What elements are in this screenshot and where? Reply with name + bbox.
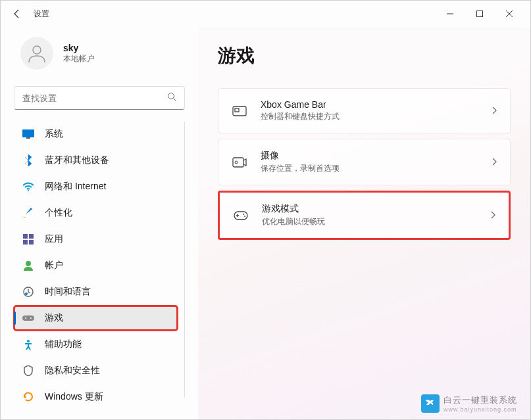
svg-point-17 (30, 317, 32, 319)
gamepad-icon (233, 208, 249, 223)
watermark-text: 白云一键重装系统 www.baiyunxitong.com (443, 394, 517, 413)
gamepad-icon (22, 312, 35, 325)
svg-rect-10 (23, 240, 28, 245)
svg-point-7 (28, 190, 29, 191)
svg-point-14 (25, 292, 28, 295)
svg-point-2 (33, 46, 41, 54)
sidebar-item-time-language[interactable]: 时间和语言 (14, 279, 178, 304)
watermark-url: www.baiyunxitong.com (443, 406, 517, 413)
sidebar-item-windows-update[interactable]: Windows 更新 (14, 385, 178, 409)
svg-rect-15 (22, 315, 34, 321)
card-game-mode[interactable]: 游戏模式 优化电脑以便畅玩 (218, 191, 511, 240)
svg-rect-6 (26, 137, 30, 139)
svg-point-24 (243, 214, 244, 215)
accounts-icon (22, 259, 35, 272)
nav-list: 系统 蓝牙和其他设备 网络和 Internet 个性化 应用 帐户 (14, 122, 185, 398)
card-title: 游戏模式 (262, 203, 490, 215)
svg-rect-8 (23, 234, 28, 239)
sidebar-item-accessibility[interactable]: 辅助功能 (14, 332, 178, 357)
nav-label: 辅助功能 (45, 338, 170, 350)
svg-point-16 (25, 317, 26, 319)
svg-rect-9 (29, 234, 34, 239)
card-text: 摄像 保存位置，录制首选项 (261, 150, 492, 174)
minimize-icon (447, 11, 453, 17)
sidebar-item-privacy[interactable]: 隐私和安全性 (14, 358, 178, 383)
svg-line-4 (174, 99, 176, 101)
back-button[interactable] (7, 4, 27, 24)
search-box[interactable] (14, 86, 185, 110)
sidebar-item-gaming[interactable]: 游戏 (14, 306, 178, 331)
chevron-right-icon (492, 156, 497, 168)
user-name: sky (63, 43, 95, 53)
nav-label: Windows 更新 (45, 391, 170, 403)
sidebar: sky 本地帐户 系统 蓝牙和其他设备 网络和 Internet (1, 27, 198, 419)
sidebar-item-apps[interactable]: 应用 (14, 227, 178, 252)
back-arrow-icon (12, 9, 22, 19)
close-button[interactable] (494, 4, 524, 24)
person-icon (26, 43, 47, 64)
nav-label: 个性化 (45, 207, 170, 219)
card-xbox-game-bar[interactable]: Xbox Game Bar 控制器和键盘快捷方式 (218, 88, 511, 133)
svg-point-12 (26, 261, 31, 266)
window-controls (435, 4, 524, 24)
nav-label: 网络和 Internet (45, 181, 170, 193)
search-icon (167, 92, 176, 104)
nav-label: 时间和语言 (45, 286, 170, 298)
sidebar-item-network[interactable]: 网络和 Internet (14, 174, 178, 199)
apps-icon (22, 233, 35, 246)
svg-point-3 (168, 93, 174, 99)
system-icon (22, 128, 35, 141)
close-icon (506, 11, 513, 17)
card-text: Xbox Game Bar 控制器和键盘快捷方式 (261, 99, 492, 122)
content: sky 本地帐户 系统 蓝牙和其他设备 网络和 Internet (1, 27, 530, 419)
titlebar: 设置 (1, 1, 530, 27)
sidebar-item-personalization[interactable]: 个性化 (14, 200, 178, 225)
maximize-button[interactable] (465, 4, 494, 24)
bluetooth-icon (22, 154, 35, 167)
update-icon (22, 390, 35, 404)
card-captures[interactable]: 摄像 保存位置，录制首选项 (218, 139, 511, 185)
minimize-button[interactable] (435, 4, 465, 24)
watermark-logo (421, 394, 440, 413)
nav-label: 隐私和安全性 (45, 365, 170, 377)
svg-rect-20 (235, 108, 239, 112)
svg-point-22 (235, 161, 238, 164)
xbox-icon (232, 103, 247, 119)
svg-rect-21 (233, 158, 243, 167)
card-text: 游戏模式 优化电脑以便畅玩 (262, 203, 490, 227)
svg-rect-1 (476, 11, 482, 17)
nav-label: 帐户 (45, 260, 170, 271)
svg-point-25 (244, 216, 245, 217)
search-input[interactable] (22, 93, 167, 103)
nav-label: 应用 (45, 233, 170, 245)
sidebar-item-bluetooth[interactable]: 蓝牙和其他设备 (14, 148, 178, 173)
wifi-icon (22, 180, 35, 193)
nav-label: 游戏 (45, 312, 170, 324)
avatar (20, 37, 53, 70)
paintbrush-icon (22, 206, 35, 220)
clock-icon (22, 285, 35, 298)
maximize-icon (476, 11, 483, 17)
card-subtitle: 优化电脑以便畅玩 (262, 216, 490, 227)
chevron-right-icon (490, 210, 495, 222)
svg-rect-5 (22, 129, 34, 137)
page-title: 游戏 (218, 43, 511, 68)
card-title: Xbox Game Bar (261, 99, 492, 110)
camera-icon (232, 154, 247, 170)
main-content: 游戏 Xbox Game Bar 控制器和键盘快捷方式 摄像 保存位置，录制首选… (198, 27, 530, 419)
user-type: 本地帐户 (63, 53, 95, 64)
accessibility-icon (22, 338, 35, 351)
sidebar-item-accounts[interactable]: 帐户 (14, 253, 178, 278)
user-info: sky 本地帐户 (63, 43, 95, 64)
sidebar-item-system[interactable]: 系统 (14, 122, 178, 147)
window-title: 设置 (34, 9, 49, 20)
shield-icon (22, 364, 35, 377)
user-section[interactable]: sky 本地帐户 (14, 37, 185, 70)
chevron-right-icon (492, 105, 497, 117)
svg-rect-11 (29, 240, 34, 245)
card-subtitle: 控制器和键盘快捷方式 (261, 111, 492, 122)
nav-label: 蓝牙和其他设备 (45, 154, 170, 166)
watermark: 白云一键重装系统 www.baiyunxitong.com (421, 394, 517, 413)
nav-label: 系统 (45, 128, 170, 140)
card-subtitle: 保存位置，录制首选项 (261, 163, 492, 174)
